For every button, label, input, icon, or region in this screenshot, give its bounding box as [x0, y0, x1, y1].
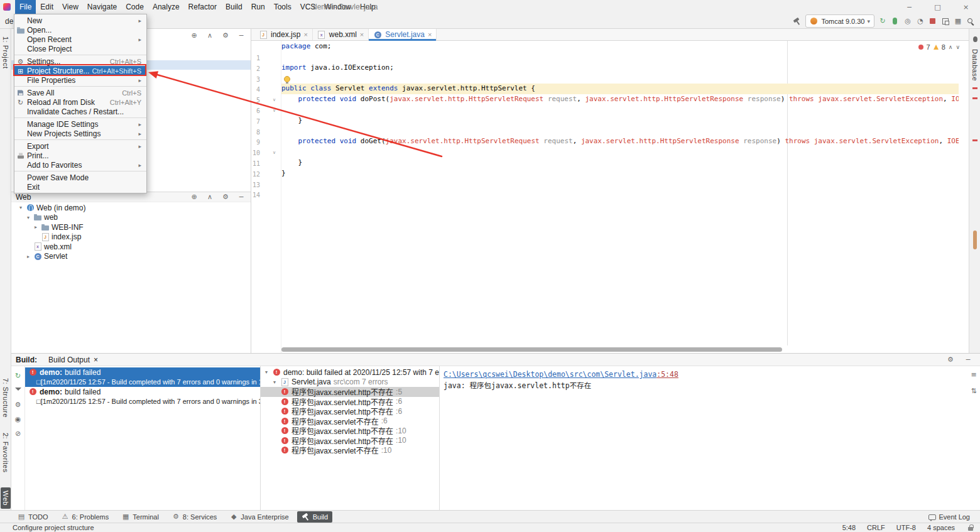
- breadcrumb[interactable]: de: [5, 17, 13, 26]
- close-button[interactable]: ×: [952, 0, 980, 14]
- build-tree-root[interactable]: ▾demo: build failed at 2020/11/25 12:57 …: [261, 367, 439, 377]
- maximize-button[interactable]: □: [923, 0, 952, 14]
- prev-error-icon[interactable]: ∧: [949, 44, 953, 50]
- error-position[interactable]: :5:48: [656, 370, 678, 379]
- debug-icon[interactable]: [891, 17, 900, 26]
- tree-item-index-jsp[interactable]: index.jsp: [11, 232, 251, 242]
- coverage-icon[interactable]: ◎: [903, 17, 912, 26]
- wrap-icon[interactable]: ≡: [969, 370, 978, 379]
- scrollbar-thumb[interactable]: [973, 231, 977, 249]
- stop-icon[interactable]: [928, 17, 937, 26]
- tree-item-web-xml[interactable]: web.xml: [11, 242, 251, 252]
- menu-file[interactable]: File: [15, 0, 36, 14]
- build-tree-file[interactable]: ▾Servlet.java src\com 7 errors: [261, 377, 439, 388]
- menu-code[interactable]: Code: [121, 0, 148, 14]
- tree-item-servlet[interactable]: ▸Servlet: [11, 252, 251, 262]
- close-icon[interactable]: ×: [303, 31, 307, 38]
- menu-item-manage-ide-settings[interactable]: Manage IDE Settings▸: [14, 119, 146, 129]
- build-output-tab[interactable]: Build Output ×: [48, 356, 98, 364]
- error-file-link[interactable]: C:\Users\qcswei\Desktop\demo\src\com\Ser…: [444, 370, 656, 379]
- build-run-detail[interactable]: □[1m2020/11/25 12:57 - Build completed w…: [25, 377, 260, 388]
- menu-item-new-projects-settings[interactable]: New Projects Settings▸: [14, 129, 146, 138]
- tool-tab-event-log[interactable]: Event Log: [927, 513, 970, 521]
- gear-icon[interactable]: ⚙: [14, 400, 23, 409]
- close-icon[interactable]: ×: [360, 31, 364, 38]
- build-error-item[interactable]: 程序包javax.servlet.http不存在 :10: [261, 436, 439, 446]
- build-error-item[interactable]: 程序包javax.servlet.http不存在 :6: [261, 397, 439, 407]
- chevron-down-icon[interactable]: ▾: [18, 205, 24, 210]
- menu-item-save-all[interactable]: Save AllCtrl+S: [14, 88, 146, 97]
- menu-item-settings[interactable]: ⚙Settings...Ctrl+Alt+S: [14, 57, 146, 66]
- tool-button-2-favorites[interactable]: 2: Favorites: [2, 433, 9, 472]
- build-run-detail[interactable]: □[1m2020/11/25 12:57 - Build completed w…: [25, 397, 260, 407]
- status-item[interactable]: CRLF: [867, 524, 885, 531]
- tab-index-jsp[interactable]: index.jsp×: [254, 29, 313, 40]
- chevron-down-icon[interactable]: ▾: [271, 379, 278, 385]
- hide-icon[interactable]: ─: [964, 356, 972, 364]
- profiler-icon[interactable]: ◔: [916, 17, 925, 26]
- lock-icon[interactable]: [966, 523, 975, 532]
- collapse-icon[interactable]: ∧: [205, 31, 214, 40]
- build-run-title[interactable]: demo: build failed: [25, 367, 260, 377]
- menu-tools[interactable]: Tools: [270, 0, 296, 14]
- tool-tab-8-services[interactable]: ⚙8: Services: [167, 511, 221, 523]
- build-run-title[interactable]: demo: build failed: [25, 387, 260, 397]
- tree-item-web[interactable]: ▾web: [11, 213, 251, 223]
- build-error-item[interactable]: 程序包javax.servlet.http不存在 :6: [261, 406, 439, 416]
- menu-edit[interactable]: Edit: [36, 0, 58, 14]
- intention-bulb-icon[interactable]: [283, 75, 291, 84]
- funnel-icon[interactable]: [14, 386, 23, 394]
- close-icon[interactable]: ×: [94, 356, 98, 364]
- tool-tab-java-enterprise[interactable]: ◆Java Enterprise: [225, 511, 293, 523]
- collapse-icon[interactable]: ∧: [205, 192, 214, 201]
- status-item[interactable]: 4 spaces: [927, 524, 955, 531]
- fold-marker-icon[interactable]: ∨: [273, 108, 276, 116]
- chevron-right-icon[interactable]: ▸: [25, 254, 31, 259]
- menu-item-open[interactable]: Open...: [14, 25, 146, 35]
- status-item[interactable]: UTF-8: [896, 524, 916, 531]
- close-icon[interactable]: ×: [428, 31, 432, 38]
- horizontal-scrollbar[interactable]: [281, 347, 782, 352]
- rerun-icon[interactable]: ↻: [878, 17, 887, 26]
- menu-refactor[interactable]: Refactor: [184, 0, 221, 14]
- hide-icon[interactable]: ─: [237, 31, 246, 40]
- tool-button-1-project[interactable]: 1: Project: [2, 36, 9, 68]
- rerun-icon[interactable]: ↻: [14, 371, 23, 380]
- locate-icon[interactable]: ⊕: [190, 192, 199, 201]
- menu-item-power-save-mode[interactable]: Power Save Mode: [14, 173, 146, 182]
- chevron-down-icon[interactable]: ▾: [25, 215, 31, 220]
- build-error-item[interactable]: 程序包javax.servlet.http不存在 :10: [261, 426, 439, 436]
- menu-item-exit[interactable]: Exit: [14, 182, 146, 192]
- tool-button-database[interactable]: Database: [971, 49, 979, 81]
- menu-item-reload-all-from-disk[interactable]: ↻Reload All from DiskCtrl+Alt+Y: [14, 97, 146, 107]
- build-error-item[interactable]: 程序包javax.servlet不存在 :6: [261, 416, 439, 426]
- tool-button-7-structure[interactable]: 7: Structure: [2, 378, 9, 418]
- next-error-icon[interactable]: ∨: [956, 44, 960, 50]
- menu-item-open-recent[interactable]: Open Recent▸: [14, 35, 146, 44]
- tool-tab-todo[interactable]: ▤TODO: [13, 511, 53, 523]
- menu-navigate[interactable]: Navigate: [83, 0, 121, 14]
- tree-item-web-in-demo[interactable]: ▾Web (in demo): [11, 203, 251, 213]
- hide-icon[interactable]: ─: [237, 192, 246, 201]
- tool-tab-build[interactable]: Build: [297, 511, 332, 523]
- status-item[interactable]: 5:48: [842, 524, 856, 531]
- chevron-down-icon[interactable]: ▾: [263, 369, 270, 375]
- gear-icon[interactable]: ⚙: [221, 31, 230, 40]
- chevron-right-icon[interactable]: ▸: [33, 224, 39, 230]
- menu-item-invalidate-caches-restart[interactable]: Invalidate Caches / Restart...: [14, 107, 146, 116]
- menu-item-new[interactable]: New▸: [14, 16, 146, 25]
- inspections-widget[interactable]: 78∧∨: [918, 43, 960, 51]
- menu-item-project-structure[interactable]: ⊞Project Structure...Ctrl+Alt+Shift+S: [14, 66, 146, 75]
- updown-icon[interactable]: ⇅: [969, 386, 978, 395]
- tree-item-web-inf[interactable]: ▸WEB-INF: [11, 222, 251, 232]
- menu-build[interactable]: Build: [221, 0, 247, 14]
- hammer-icon[interactable]: [793, 17, 802, 26]
- tab-web-xml[interactable]: web.xml×: [313, 29, 369, 40]
- pin-icon[interactable]: ◉: [14, 415, 23, 423]
- screen-icon[interactable]: ▦: [954, 17, 962, 26]
- run-config-select[interactable]: Tomcat 9.0.30▾: [805, 14, 874, 28]
- cancel-icon[interactable]: ⊘: [14, 429, 23, 438]
- menu-run[interactable]: Run: [247, 0, 270, 14]
- build-error-item[interactable]: 程序包javax.servlet.http不存在 :5: [261, 387, 439, 397]
- tool-button-ant[interactable]: [971, 35, 979, 44]
